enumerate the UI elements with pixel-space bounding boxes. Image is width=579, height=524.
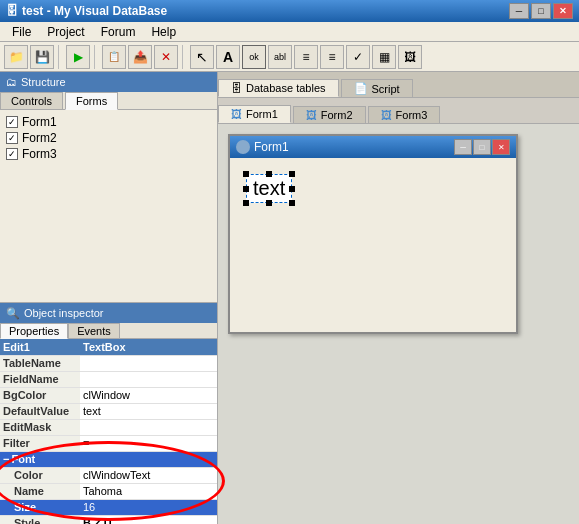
prop-tablename: TableName <box>0 355 80 371</box>
close-button[interactable]: ✕ <box>553 3 573 19</box>
table-row-size[interactable]: Size 16 <box>0 499 217 515</box>
property-table: Edit1 TextBox TableName FieldName BgColo… <box>0 339 217 524</box>
grid-button[interactable]: ▦ <box>372 45 396 69</box>
prop-font-val[interactable] <box>80 451 217 467</box>
tab-form1[interactable]: 🖼 Form1 <box>218 105 291 123</box>
design-button[interactable]: 📋 <box>102 45 126 69</box>
align-center-button[interactable]: ≡ <box>320 45 344 69</box>
check-button[interactable]: ✓ <box>346 45 370 69</box>
tab-forms[interactable]: Forms <box>65 92 118 110</box>
inspector-header: 🔍 Object inspector <box>0 303 217 323</box>
table-row: BgColor clWindow <box>0 387 217 403</box>
list-item: ✓ Form1 <box>4 114 213 130</box>
tab-script[interactable]: 📄 Script <box>341 79 413 97</box>
title-bar: 🗄 test - My Visual DataBase ─ □ ✕ <box>0 0 579 22</box>
window-title: test - My Visual DataBase <box>22 4 509 18</box>
form2-checkbox[interactable]: ✓ <box>6 132 18 144</box>
script-icon: 📄 <box>354 82 368 95</box>
toolbar-separator-1 <box>58 45 62 69</box>
title-bar-controls: ─ □ ✕ <box>509 3 573 19</box>
menu-forum[interactable]: Forum <box>93 23 144 41</box>
right-tabs-bar: 🗄 Database tables 📄 Script <box>218 72 579 98</box>
text-control[interactable]: text <box>246 174 292 203</box>
maximize-button[interactable]: □ <box>531 3 551 19</box>
text-control-value: text <box>253 177 285 199</box>
prop-tablename-val[interactable] <box>80 355 217 371</box>
prop-bgcolor-val[interactable]: clWindow <box>80 387 217 403</box>
structure-header: 🗂 Structure <box>0 72 217 92</box>
label-button[interactable]: abl <box>268 45 292 69</box>
form1-tab-icon: 🖼 <box>231 108 242 120</box>
form-window-icon <box>236 140 250 154</box>
prop-color-val[interactable]: clWindowText <box>80 467 217 483</box>
form-maximize-button[interactable]: □ <box>473 139 491 155</box>
menu-project[interactable]: Project <box>39 23 92 41</box>
open-button[interactable]: 📁 <box>4 45 28 69</box>
prop-name: Name <box>0 483 80 499</box>
form-tabs-bar: 🖼 Form1 🖼 Form2 🖼 Form3 <box>218 98 579 124</box>
tab-controls[interactable]: Controls <box>0 92 63 109</box>
handle-midright[interactable] <box>289 186 295 192</box>
handle-botleft[interactable] <box>243 200 249 206</box>
object-inspector: 🔍 Object inspector Properties Events Edi… <box>0 302 217 524</box>
menu-bar: File Project Forum Help <box>0 22 579 42</box>
canvas-area: Form1 ─ □ ✕ text <box>218 124 579 524</box>
export-button[interactable]: 📤 <box>128 45 152 69</box>
tab-form2[interactable]: 🖼 Form2 <box>293 106 366 123</box>
tab-properties[interactable]: Properties <box>0 323 68 339</box>
prop-defaultvalue-val[interactable]: text <box>80 403 217 419</box>
db-tables-icon: 🗄 <box>231 82 242 94</box>
text-control-wrapper: text <box>246 174 292 203</box>
prop-name-val[interactable]: Tahoma <box>80 483 217 499</box>
form2-label: Form2 <box>22 131 57 145</box>
prop-filter: Filter <box>0 435 80 451</box>
menu-help[interactable]: Help <box>143 23 184 41</box>
minimize-button[interactable]: ─ <box>509 3 529 19</box>
table-row: Color clWindowText <box>0 467 217 483</box>
toolbar-separator-2 <box>94 45 98 69</box>
cursor-button[interactable]: ↖ <box>190 45 214 69</box>
table-row: TableName <box>0 355 217 371</box>
run-button[interactable]: ▶ <box>66 45 90 69</box>
form-close-button[interactable]: ✕ <box>492 139 510 155</box>
form-minimize-button[interactable]: ─ <box>454 139 472 155</box>
prop-filter-val[interactable]: = <box>80 435 217 451</box>
table-row-font[interactable]: −Font <box>0 451 217 467</box>
prop-header-row: Edit1 TextBox <box>0 339 217 355</box>
structure-icon: 🗂 <box>6 76 17 88</box>
prop-fieldname-val[interactable] <box>80 371 217 387</box>
prop-bgcolor: BgColor <box>0 387 80 403</box>
prop-header-value: TextBox <box>80 339 217 355</box>
tab-form3[interactable]: 🖼 Form3 <box>368 106 441 123</box>
align-left-button[interactable]: ≡ <box>294 45 318 69</box>
form-window-title: Form1 <box>254 140 454 154</box>
tab-database-tables[interactable]: 🗄 Database tables <box>218 79 339 97</box>
ok-button[interactable]: ok <box>242 45 266 69</box>
handle-botmid[interactable] <box>266 200 272 206</box>
image-button[interactable]: 🖼 <box>398 45 422 69</box>
handle-midleft[interactable] <box>243 186 249 192</box>
prop-editmask-val[interactable] <box>80 419 217 435</box>
prop-size-val[interactable]: 16 <box>80 499 217 515</box>
property-scroll[interactable]: Edit1 TextBox TableName FieldName BgColo… <box>0 339 217 524</box>
prop-style-val[interactable]: B Z U <box>80 515 217 524</box>
handle-topmid[interactable] <box>266 171 272 177</box>
inspector-icon: 🔍 <box>6 307 20 320</box>
form-window-title-bar[interactable]: Form1 ─ □ ✕ <box>230 136 516 158</box>
form3-checkbox[interactable]: ✓ <box>6 148 18 160</box>
form1-checkbox[interactable]: ✓ <box>6 116 18 128</box>
script-label: Script <box>372 83 400 95</box>
table-row: EditMask <box>0 419 217 435</box>
handle-topright[interactable] <box>289 171 295 177</box>
handle-botright[interactable] <box>289 200 295 206</box>
save-button[interactable]: 💾 <box>30 45 54 69</box>
forms-list: ✓ Form1 ✓ Form2 ✓ Form3 <box>0 110 217 302</box>
app-icon: 🗄 <box>6 4 18 18</box>
text-button[interactable]: A <box>216 45 240 69</box>
menu-file[interactable]: File <box>4 23 39 41</box>
delete-button[interactable]: ✕ <box>154 45 178 69</box>
tab-events[interactable]: Events <box>68 323 120 338</box>
handle-topleft[interactable] <box>243 171 249 177</box>
prop-color: Color <box>0 467 80 483</box>
table-row: Filter = <box>0 435 217 451</box>
